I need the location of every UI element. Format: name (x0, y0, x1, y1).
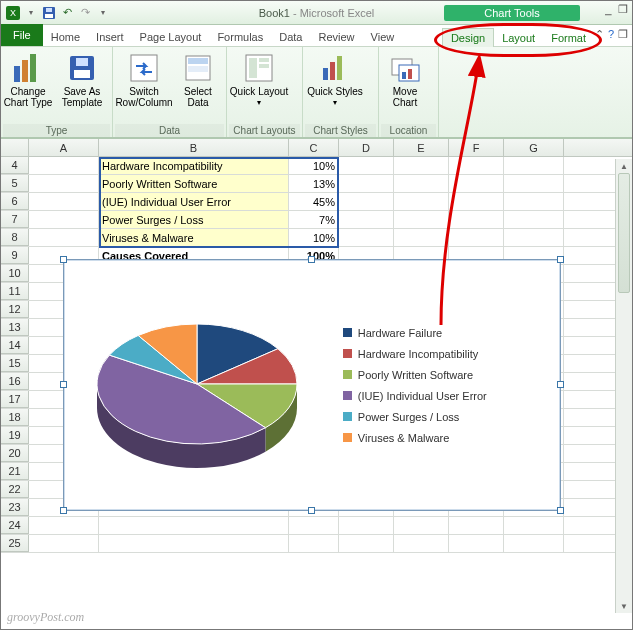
cell[interactable] (339, 211, 394, 228)
doc-restore-icon[interactable]: ❐ (618, 28, 628, 41)
cell[interactable] (29, 157, 99, 174)
cell[interactable] (99, 535, 289, 552)
cell[interactable] (449, 535, 504, 552)
cell[interactable]: 13% (289, 175, 339, 192)
cell[interactable] (449, 517, 504, 534)
cell[interactable] (339, 517, 394, 534)
cell[interactable]: Viruses & Malware (99, 229, 289, 246)
qat-dropdown-icon[interactable]: ▾ (23, 5, 39, 21)
resize-handle[interactable] (557, 507, 564, 514)
switch-row-column-button[interactable]: Switch Row/Column (115, 52, 173, 108)
cell[interactable]: 10% (289, 229, 339, 246)
change-chart-type-button[interactable]: Change Chart Type (3, 52, 53, 108)
help-icon[interactable]: ? (608, 28, 614, 41)
cell[interactable] (29, 517, 99, 534)
row-header[interactable]: 19 (1, 427, 29, 444)
row-header[interactable]: 4 (1, 157, 29, 174)
cell[interactable] (29, 175, 99, 192)
embedded-chart[interactable]: Hardware FailureHardware Incompatibility… (63, 259, 561, 511)
col-header[interactable]: F (449, 139, 504, 156)
chart-legend[interactable]: Hardware FailureHardware Incompatibility… (337, 260, 560, 510)
cell[interactable] (289, 535, 339, 552)
move-chart-button[interactable]: Move Chart (381, 52, 429, 108)
tab-review[interactable]: Review (310, 28, 362, 46)
cell[interactable] (449, 157, 504, 174)
row-header[interactable]: 7 (1, 211, 29, 228)
cell[interactable] (504, 211, 564, 228)
legend-item[interactable]: Viruses & Malware (343, 432, 560, 444)
scroll-thumb[interactable] (618, 173, 630, 293)
row-header[interactable]: 15 (1, 355, 29, 372)
quick-layout-button[interactable]: Quick Layout ▾ (229, 52, 289, 108)
row-header[interactable]: 12 (1, 301, 29, 318)
save-as-template-button[interactable]: Save As Template (57, 52, 107, 108)
cell[interactable] (394, 211, 449, 228)
col-header[interactable]: E (394, 139, 449, 156)
row-header[interactable]: 22 (1, 481, 29, 498)
cell[interactable] (289, 517, 339, 534)
row-header[interactable]: 24 (1, 517, 29, 534)
tab-design[interactable]: Design (442, 28, 494, 47)
cell[interactable] (449, 211, 504, 228)
cell[interactable]: Hardware Incompatibility (99, 157, 289, 174)
row-header[interactable]: 10 (1, 265, 29, 282)
cell[interactable] (504, 517, 564, 534)
cell[interactable] (29, 535, 99, 552)
tab-format[interactable]: Format (543, 29, 594, 47)
worksheet[interactable]: A B C D E F G 4Hardware Incompatibility1… (1, 139, 632, 553)
resize-handle[interactable] (557, 381, 564, 388)
cell[interactable]: Poorly Written Software (99, 175, 289, 192)
cell[interactable]: 10% (289, 157, 339, 174)
tab-formulas[interactable]: Formulas (209, 28, 271, 46)
restore-button[interactable]: ❐ (618, 3, 628, 16)
excel-icon[interactable]: X (5, 5, 21, 21)
qat-customize-icon[interactable]: ▾ (95, 5, 111, 21)
cell[interactable] (504, 229, 564, 246)
tab-view[interactable]: View (363, 28, 403, 46)
row-header[interactable]: 11 (1, 283, 29, 300)
cell[interactable] (339, 535, 394, 552)
ribbon-minimize-icon[interactable]: ⌃ (595, 28, 604, 41)
legend-item[interactable]: Power Surges / Loss (343, 411, 560, 423)
pie-plot-area[interactable] (64, 260, 337, 510)
scroll-up-icon[interactable]: ▲ (616, 159, 632, 173)
col-header[interactable]: G (504, 139, 564, 156)
tab-page-layout[interactable]: Page Layout (132, 28, 210, 46)
cell[interactable] (339, 229, 394, 246)
cell[interactable]: 7% (289, 211, 339, 228)
cell[interactable] (449, 229, 504, 246)
cell[interactable] (504, 157, 564, 174)
cell[interactable] (339, 175, 394, 192)
cell[interactable] (504, 175, 564, 192)
quick-styles-button[interactable]: Quick Styles ▾ (305, 52, 365, 108)
legend-item[interactable]: Hardware Incompatibility (343, 348, 560, 360)
cell[interactable] (504, 193, 564, 210)
cell[interactable] (504, 535, 564, 552)
row-header[interactable]: 18 (1, 409, 29, 426)
cell[interactable]: Power Surges / Loss (99, 211, 289, 228)
row-header[interactable]: 16 (1, 373, 29, 390)
tab-data[interactable]: Data (271, 28, 310, 46)
cell[interactable] (29, 229, 99, 246)
row-header[interactable]: 25 (1, 535, 29, 552)
resize-handle[interactable] (557, 256, 564, 263)
cell[interactable] (339, 193, 394, 210)
row-header[interactable]: 14 (1, 337, 29, 354)
col-header[interactable]: C (289, 139, 339, 156)
cell[interactable] (339, 157, 394, 174)
row-header[interactable]: 9 (1, 247, 29, 264)
cell[interactable] (449, 193, 504, 210)
cell[interactable] (449, 175, 504, 192)
cell[interactable] (394, 193, 449, 210)
cell[interactable] (394, 535, 449, 552)
redo-icon[interactable]: ↷ (77, 5, 93, 21)
tab-insert[interactable]: Insert (88, 28, 132, 46)
row-header[interactable]: 20 (1, 445, 29, 462)
tab-home[interactable]: Home (43, 28, 88, 46)
col-header[interactable]: B (99, 139, 289, 156)
cell[interactable] (99, 517, 289, 534)
cell[interactable] (29, 193, 99, 210)
select-all-corner[interactable] (1, 139, 29, 156)
cell[interactable] (29, 211, 99, 228)
legend-item[interactable]: Hardware Failure (343, 327, 560, 339)
